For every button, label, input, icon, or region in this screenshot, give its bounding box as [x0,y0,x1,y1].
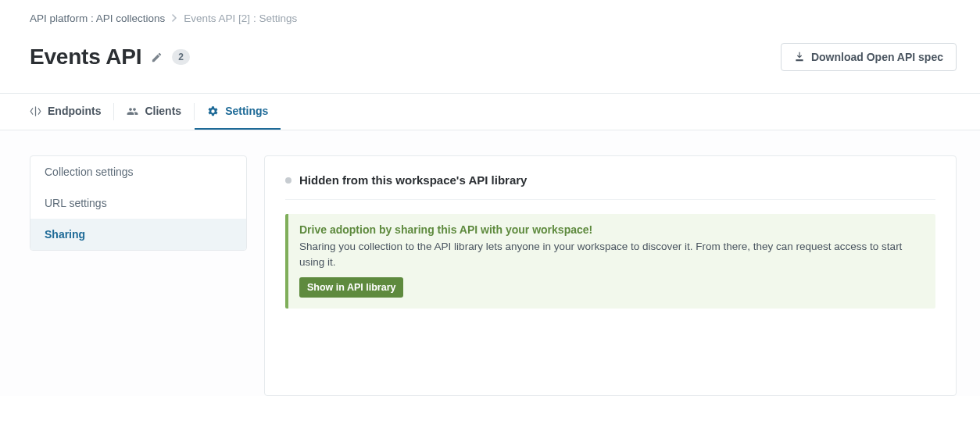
notice-headline: Drive adoption by sharing this API with … [299,223,925,236]
show-in-library-button[interactable]: Show in API library [299,277,403,298]
tab-settings-label: Settings [225,105,268,117]
chevron-right-icon [171,13,177,24]
breadcrumb-current: Events API [2] : Settings [184,12,297,24]
edit-icon[interactable] [151,52,163,63]
tab-settings[interactable]: Settings [195,94,281,130]
download-icon [794,52,805,62]
tab-endpoints[interactable]: Endpoints [17,94,113,130]
page-title: Events API [30,45,141,70]
endpoints-icon [30,105,41,117]
share-notice: Drive adoption by sharing this API with … [285,214,935,309]
section-title: Hidden from this workspace's API library [299,173,527,187]
download-openapi-button[interactable]: Download Open API spec [781,43,957,71]
version-badge: 2 [172,49,190,65]
tabs-bar: Endpoints Clients Settings [0,93,980,130]
tab-clients-label: Clients [145,105,181,117]
section-header: Hidden from this workspace's API library [285,173,935,200]
breadcrumb: API platform : API collections Events AP… [0,0,980,32]
sidebar-item-url-settings[interactable]: URL settings [30,187,246,219]
settings-icon [207,105,219,117]
sidebar-item-sharing[interactable]: Sharing [30,219,246,250]
sidebar-item-collection-settings[interactable]: Collection settings [30,156,246,187]
content-area: Collection settings URL settings Sharing… [0,130,980,396]
settings-sidebar: Collection settings URL settings Sharing [30,155,247,251]
status-dot-icon [285,177,291,184]
download-openapi-label: Download Open API spec [811,51,943,63]
main-panel: Hidden from this workspace's API library… [264,155,957,396]
clients-icon [127,105,138,117]
tab-endpoints-label: Endpoints [48,105,101,117]
notice-body: Sharing you collection to the API librar… [299,239,925,269]
tab-clients[interactable]: Clients [114,94,194,130]
page-header: Events API 2 Download Open API spec [0,32,980,93]
breadcrumb-root[interactable]: API platform : API collections [30,12,165,24]
